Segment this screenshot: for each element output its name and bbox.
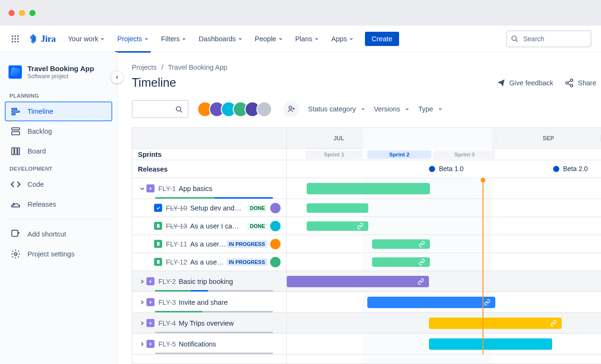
issue-key[interactable]: FLY-1 [158, 185, 176, 192]
issue-key[interactable]: FLY-12 [166, 258, 187, 266]
progress-bar [155, 332, 273, 333]
sidebar-divider [5, 219, 112, 219]
issue-key[interactable]: FLY-11 [166, 240, 187, 248]
project-name: Travel Booking App [27, 64, 94, 73]
timeline-bar[interactable] [287, 276, 429, 287]
epic-row[interactable]: FLY-5Notifications [132, 334, 286, 355]
child-issue-row[interactable]: FLY-11As a user…IN PROGRESS [132, 235, 286, 253]
nav-item-plans[interactable]: Plans [291, 32, 323, 46]
sidebar-item-add-shortcut[interactable]: Add shortcut [5, 224, 112, 244]
app-switcher-icon[interactable] [9, 33, 21, 45]
type-dropdown[interactable]: Type [418, 105, 442, 113]
expand-arrow-icon[interactable] [138, 185, 146, 192]
filter-search[interactable] [132, 100, 189, 118]
expand-arrow-icon[interactable] [138, 278, 146, 285]
issue-key[interactable]: FLY-3 [158, 299, 176, 306]
project-type: Software project [27, 73, 94, 80]
svg-rect-10 [12, 109, 17, 110]
top-nav: Jira Your workProjectsFiltersDashboardsP… [0, 26, 601, 52]
window-close[interactable] [9, 10, 15, 16]
jira-logo-text: Jira [41, 34, 56, 44]
nav-item-apps[interactable]: Apps [328, 32, 357, 46]
timeline-bar[interactable] [429, 318, 562, 329]
issue-summary: As a user I can … [190, 222, 242, 230]
nav-item-projects[interactable]: Projects [113, 32, 152, 46]
svg-point-3 [12, 38, 13, 39]
sidebar-item-timeline[interactable]: Timeline [5, 101, 112, 121]
expand-arrow-icon[interactable] [138, 320, 146, 327]
expand-arrow-icon[interactable] [138, 299, 146, 306]
timeline-right-column: JULAUGSEP Sprint 1Sprint 2Sprint 3 Beta … [287, 128, 601, 364]
issue-key[interactable]: FLY-2 [158, 278, 176, 285]
nav-item-dashboards[interactable]: Dashboards [195, 32, 246, 46]
global-search[interactable] [506, 30, 592, 47]
search-input[interactable] [506, 30, 592, 47]
sprint-chip[interactable]: Sprint 1 [306, 150, 363, 159]
sidebar-section-development: DEVELOPMENT [5, 161, 112, 174]
epic-row[interactable]: FLY-3Invite and share [132, 292, 286, 313]
timeline-bar[interactable] [307, 221, 368, 231]
versions-dropdown[interactable]: Versions [374, 105, 410, 113]
timeline-bar[interactable] [307, 183, 430, 194]
timeline-bar[interactable] [372, 257, 430, 267]
issue-summary: Basic trip booking [179, 278, 233, 285]
sidebar-item-board[interactable]: Board [5, 141, 112, 161]
jira-logo[interactable]: Jira [27, 33, 56, 45]
give-feedback-button[interactable]: Give feedback [496, 78, 554, 88]
sidebar-item-backlog[interactable]: Backlog [5, 121, 112, 141]
sidebar-item-settings[interactable]: Project settings [5, 244, 112, 264]
breadcrumb-item[interactable]: Travel Booking App [168, 64, 227, 71]
epic-icon [146, 319, 155, 327]
timeline-bar[interactable] [372, 239, 430, 249]
nav-item-your-work[interactable]: Your work [64, 32, 109, 46]
breadcrumb-item[interactable]: Projects [132, 64, 156, 71]
status-lozenge: DONE [247, 222, 267, 230]
assignee-avatar[interactable] [270, 221, 281, 231]
sprint-chip[interactable]: Sprint 3 [434, 150, 495, 159]
progress-bar [155, 311, 273, 312]
issue-key[interactable]: FLY-4 [158, 319, 176, 327]
child-issue-row[interactable]: FLY-10Setup dev and …DONE [132, 199, 286, 217]
assignee-avatars [197, 101, 272, 117]
epic-row[interactable]: FLY-1App basics [132, 178, 286, 199]
epic-row[interactable]: FLY-2Basic trip booking [132, 271, 286, 292]
child-issue-row[interactable]: FLY-13As a user I can …DONE [132, 217, 286, 235]
assignee-avatar[interactable] [270, 257, 281, 267]
timeline-grid: Sprints Releases FLY-1App basicsFLY-10Se… [132, 127, 601, 364]
issue-key[interactable]: FLY-5 [158, 340, 176, 348]
window-minimize[interactable] [19, 10, 25, 16]
child-issue-row[interactable]: FLY-12As a use…IN PROGRESS [132, 253, 286, 271]
issue-key[interactable]: FLY-13 [166, 222, 187, 230]
assignee-avatar[interactable] [270, 239, 281, 249]
timeline-bar[interactable] [307, 203, 368, 213]
avatar[interactable] [256, 101, 272, 117]
project-header[interactable]: Travel Booking App Software project [5, 63, 112, 88]
timeline-bar[interactable] [429, 338, 552, 350]
share-button[interactable]: Share [565, 78, 596, 88]
svg-point-2 [17, 35, 18, 36]
sidebar-item-releases[interactable]: Releases [5, 194, 112, 214]
sprints-row-header: Sprints [132, 149, 286, 160]
status-category-dropdown[interactable]: Status category [308, 105, 365, 113]
sidebar-item-label: Add shortcut [27, 230, 66, 238]
svg-point-24 [289, 106, 292, 109]
svg-point-9 [512, 36, 516, 40]
nav-item-people[interactable]: People [251, 32, 287, 46]
assignee-avatar[interactable] [270, 203, 281, 213]
expand-arrow-icon[interactable] [138, 341, 146, 347]
release-marker[interactable]: Beta 2.0 [553, 165, 588, 173]
sidebar-item-code[interactable]: Code [5, 174, 112, 194]
window-maximize[interactable] [29, 10, 36, 16]
issue-summary: Notifications [179, 340, 216, 348]
add-people-button[interactable] [283, 101, 300, 117]
sidebar-collapse-button[interactable] [111, 71, 123, 83]
timeline-bar[interactable] [367, 297, 495, 308]
create-button[interactable]: Create [365, 32, 399, 46]
breadcrumb: Projects / Travel Booking App [132, 64, 601, 71]
sprint-chip[interactable]: Sprint 2 [367, 150, 431, 159]
nav-item-filters[interactable]: Filters [157, 32, 190, 46]
issue-key[interactable]: FLY-10 [166, 204, 187, 212]
timeline-bars [287, 178, 601, 355]
epic-row[interactable]: FLY-4My Trips overview [132, 313, 286, 334]
release-marker[interactable]: Beta 1.0 [429, 165, 464, 173]
